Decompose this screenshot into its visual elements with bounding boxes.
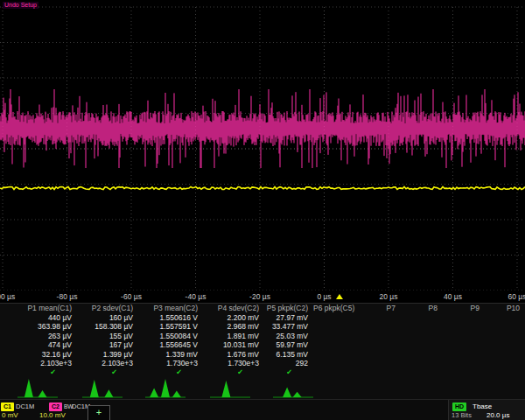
measurement-cell [485, 322, 525, 332]
measurement-row: 32.16 µV1.399 µV1.339 mV1.676 mV6.135 mV [0, 350, 525, 360]
measurement-header-row: P1 mean(C1)P2 sdev(C1)P3 mean(C2)P4 sdev… [0, 304, 525, 313]
measurement-cell: 2.103e+3 [77, 359, 138, 368]
measurement-cell [359, 350, 401, 360]
measurement-cell [443, 313, 485, 323]
measurement-cell [313, 332, 359, 341]
measurement-cell [485, 359, 525, 368]
measurement-cell: 1.730e+3 [203, 359, 264, 368]
time-axis: -100 µs-80 µs-60 µs-40 µs-20 µs0 µs20 µs… [0, 290, 525, 303]
measurement-cell: 1.399 µV [77, 350, 138, 360]
add-trace-button[interactable]: + [88, 405, 110, 420]
measurement-cell: 440 µV [0, 313, 77, 323]
measurement-cell [401, 340, 443, 350]
measurement-header[interactable]: P4 sdev(C2) [203, 304, 264, 313]
time-tick-label: -40 µs [186, 292, 206, 301]
c1-volts-per-div: 10.0 mV [39, 411, 66, 420]
measurement-header[interactable]: P3 mean(C2) [138, 304, 203, 313]
hd-mode-badge: HD [452, 402, 466, 411]
measurement-cell [359, 313, 401, 323]
histicon-p1[interactable] [18, 376, 58, 399]
c1-offset-value: 0 mV [2, 411, 18, 420]
measurement-cell [443, 350, 485, 360]
measurement-cell [313, 322, 359, 332]
measurement-cell: 1.556645 V [138, 340, 203, 350]
measurement-row: 363.98 µV158.308 µV1.557591 V2.968 mV33.… [0, 322, 525, 332]
measurement-cell [401, 359, 443, 368]
time-tick-label: 20 µs [380, 292, 398, 301]
measurement-cell [359, 359, 401, 368]
measurement-cell [313, 350, 359, 360]
histicon-p4[interactable] [210, 376, 250, 399]
measurement-row: 263 µV155 µV1.550084 V1.891 mV25.03 mV [0, 332, 525, 341]
measurement-table[interactable]: P1 mean(C1)P2 sdev(C1)P3 mean(C2)P4 sdev… [0, 303, 525, 377]
measurement-cell [313, 313, 359, 323]
waveform-display[interactable] [0, 0, 525, 290]
tbase-label[interactable]: Tbase [472, 402, 492, 411]
measurement-cell: 2.968 mV [203, 322, 264, 332]
measurement-cell [359, 332, 401, 341]
measurement-cell [443, 322, 485, 332]
measurement-cell: 474 µV [0, 340, 77, 350]
measurement-cell [485, 313, 525, 323]
measurement-cell: 27.97 mV [264, 313, 313, 323]
measurement-header[interactable]: P7 [359, 304, 401, 313]
measurement-cell: 1.891 mV [203, 332, 264, 341]
measurement-cell [485, 350, 525, 360]
histicon-p5[interactable] [273, 376, 313, 399]
measurement-cell [443, 359, 485, 368]
undo-setup-label[interactable]: Undo Setup [3, 2, 38, 9]
channel-c1-chip[interactable]: C1 [1, 402, 14, 411]
measurement-cell [313, 359, 359, 368]
c1-coupling-label: DC1M [16, 402, 34, 411]
measurement-header[interactable]: P9 [443, 304, 485, 313]
measurement-cell [401, 322, 443, 332]
time-tick-label: -100 µs [0, 292, 15, 301]
measurement-header[interactable]: P8 [401, 304, 443, 313]
channel-c2-chip[interactable]: C2 [49, 402, 62, 411]
measurement-row: 440 µV160 µV1.550616 V2.200 mV27.97 mV [0, 313, 525, 323]
measurement-cell [485, 332, 525, 341]
measurement-cell: 1.557591 V [138, 322, 203, 332]
measurement-cell: 2.200 mV [203, 313, 264, 323]
trigger-time-marker[interactable] [336, 294, 343, 299]
measurement-header[interactable]: P6 pkpk(C5) [313, 304, 359, 313]
measurement-cell: 10.031 mV [203, 340, 264, 350]
measurement-row: 2.103e+32.103e+31.730e+31.730e+3292 [0, 359, 525, 368]
measurement-cell [443, 332, 485, 341]
time-tick-label: 0 µs [317, 292, 331, 301]
oscilloscope-screen: Undo Setup -100 µs-80 µs-60 µs-40 µs-20 … [0, 0, 525, 420]
time-per-div: 20.0 µs [486, 411, 509, 420]
measurement-cell: 1.730e+3 [138, 359, 203, 368]
measurement-cell: 25.03 mV [264, 332, 313, 341]
measurement-cell: 167 µV [77, 340, 138, 350]
measurement-cell: 1.550084 V [138, 332, 203, 341]
measurement-cell: 2.103e+3 [0, 359, 77, 368]
measurement-header[interactable]: P1 mean(C1) [0, 304, 77, 313]
measurement-header[interactable]: P10 [485, 304, 525, 313]
bottom-bar: C1 DC1M C2 BW DC1M 0 mV 10.0 mV + HD Tba… [0, 399, 525, 420]
time-tick-label: -20 µs [249, 292, 270, 301]
measurement-cell: 59.97 mV [264, 340, 313, 350]
measurement-header[interactable]: P5 pkpk(C2) [264, 304, 313, 313]
time-tick-label: -80 µs [57, 292, 78, 301]
measurement-cell [401, 332, 443, 341]
measurement-cell: 292 [264, 359, 313, 368]
histicon-p2[interactable] [82, 376, 122, 399]
measurement-cell: 32.16 µV [0, 350, 77, 360]
measurement-cell: 158.308 µV [77, 322, 138, 332]
time-tick-label: 60 µs [508, 292, 525, 301]
histicon-p3[interactable] [145, 376, 186, 399]
measurement-cell: 1.550616 V [138, 313, 203, 323]
histicon-row [0, 376, 525, 399]
measurement-cell: 160 µV [77, 313, 138, 323]
time-tick-label: -60 µs [121, 292, 142, 301]
measurement-cell [401, 350, 443, 360]
adc-bits-label: 13 Bits [452, 411, 472, 420]
measurement-cell [313, 340, 359, 350]
measurement-cell: 1.676 mV [203, 350, 264, 360]
measurement-cell: 363.98 µV [0, 322, 77, 332]
measurement-cell [359, 322, 401, 332]
measurement-header[interactable]: P2 sdev(C1) [77, 304, 138, 313]
measurement-cell: 263 µV [0, 332, 77, 341]
measurement-cell: 1.339 mV [138, 350, 203, 360]
